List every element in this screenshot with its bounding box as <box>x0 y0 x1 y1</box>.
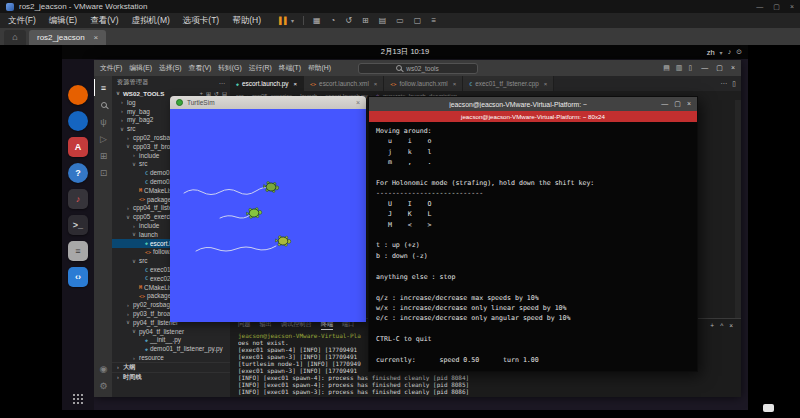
menubar-item[interactable]: 虚拟机(M) <box>132 15 170 27</box>
terminal-content[interactable]: Moving around: u i o j k l m , . For Hol… <box>369 122 697 371</box>
more-options-icon[interactable]: ≡ <box>431 16 436 25</box>
terminal-icon[interactable]: >_ <box>68 215 88 235</box>
run-debug-icon[interactable]: ▷ <box>94 130 112 147</box>
maximize-button[interactable]: ▢ <box>716 64 723 72</box>
menubar-item[interactable]: 终端(T) <box>279 63 301 73</box>
close-panel-icon[interactable]: × <box>729 322 733 329</box>
show-apps-button[interactable] <box>62 394 94 405</box>
snapshot-icon[interactable]: ◔ <box>330 16 335 25</box>
vm-tab[interactable]: ros2_jeacson × <box>29 30 106 45</box>
revert-snapshot-icon[interactable]: ↺ <box>345 16 352 25</box>
terminal-line: U I O <box>376 199 690 209</box>
explorer-icon[interactable]: ≡ <box>94 79 112 96</box>
chevron-icon: ∨ <box>119 126 125 132</box>
menubar-item[interactable]: 编辑(E) <box>49 15 77 27</box>
sidebar-section[interactable]: ›大纲 <box>112 362 230 372</box>
more-actions-icon[interactable]: ⋯ <box>720 80 727 88</box>
explorer-more-button[interactable]: ⋯ <box>219 79 225 86</box>
menubar-item[interactable]: 选项卡(T) <box>183 15 219 27</box>
menubar-item[interactable]: 文件(F) <box>8 15 36 27</box>
menubar-item[interactable]: 查看(V) <box>189 63 212 73</box>
command-center[interactable]: ws02_tools <box>358 63 478 74</box>
ctrl-alt-del-icon[interactable]: ▦ <box>313 16 321 25</box>
settings-gear-icon[interactable]: ⚙ <box>94 377 112 394</box>
maximize-button[interactable]: ▢ <box>773 3 780 11</box>
remote-explorer-icon[interactable]: ⊡ <box>94 164 112 181</box>
close-tab-icon[interactable]: × <box>374 81 378 87</box>
ubuntu-desktop: A?♪>_≡‹› 文件(F)编辑(E)选择(S)查看(V)转到(G)运行(R)终… <box>62 59 748 410</box>
home-tab-button[interactable]: ⌂ <box>4 30 26 45</box>
tree-item-label: include <box>139 222 159 229</box>
source-control-icon[interactable]: ψ <box>94 113 112 130</box>
tabbar-actions: ⋯▯ <box>720 76 741 91</box>
tab-label: exec01_tf_listener.cpp <box>475 80 539 87</box>
close-button[interactable]: × <box>790 3 794 11</box>
close-tab-icon[interactable]: × <box>544 81 548 87</box>
tree-file[interactable]: ◆__init__.py <box>112 336 230 345</box>
power-icon[interactable]: ⊙ <box>736 48 742 56</box>
minimize-button[interactable]: — <box>756 3 763 11</box>
text-editor-icon[interactable]: ≡ <box>68 241 88 261</box>
maximize-button[interactable]: ▢ <box>674 100 681 108</box>
menubar-item[interactable]: 转到(G) <box>218 63 241 73</box>
editor-tab[interactable]: <>follow.launch.xml× <box>384 76 463 91</box>
fullscreen-icon[interactable]: ▢ <box>414 16 422 25</box>
close-tab-icon[interactable]: × <box>294 81 298 87</box>
account-icon[interactable]: ◉ <box>94 360 112 377</box>
rhythmbox-icon[interactable]: ♪ <box>68 189 88 209</box>
layout-sidebar-icon[interactable]: ▥ <box>676 64 683 72</box>
chevron-icon: ∨ <box>131 161 137 167</box>
turtlesim-titlebar[interactable]: TurtleSim × <box>170 96 366 109</box>
system-tray[interactable]: zh ▾ ♪⊙ <box>707 45 742 59</box>
editor-tab[interactable]: ◆escort.launch.py× <box>230 76 304 91</box>
editor-tab[interactable]: <>escort.launch.xml× <box>304 76 384 91</box>
pause-vm-button[interactable]: ▌▌ ▾ <box>279 17 294 24</box>
minimap[interactable] <box>735 100 741 334</box>
firefox-icon[interactable] <box>68 85 88 105</box>
menubar-item[interactable]: 运行(R) <box>249 63 272 73</box>
layout-panel-icon[interactable]: ▤ <box>663 64 670 72</box>
tree-folder[interactable]: ›resource <box>112 353 230 362</box>
vscode-icon[interactable]: ‹› <box>68 267 88 287</box>
terminal-titlebar[interactable]: jeacson@jeacson-VMware-Virtual-Platform:… <box>369 97 697 111</box>
thunderbird-icon[interactable] <box>68 111 88 131</box>
help-icon[interactable]: ? <box>68 163 88 183</box>
explorer-header: 资源管理器 ⋯ <box>112 76 230 88</box>
menubar-item[interactable]: 选择(S) <box>159 63 182 73</box>
close-tab-button[interactable]: × <box>94 30 99 45</box>
close-button[interactable]: × <box>731 64 735 72</box>
tree-file[interactable]: ◆demo01_tf_listener_py.py <box>112 344 230 353</box>
app-center-icon[interactable]: A <box>68 137 88 157</box>
menubar-item[interactable]: 编辑(E) <box>129 63 152 73</box>
maximize-panel-icon[interactable]: ^ <box>720 322 723 329</box>
show-library-icon[interactable]: ▤ <box>379 16 387 25</box>
close-button[interactable]: × <box>687 100 691 108</box>
layout-customize-icon[interactable]: ▯ <box>688 64 692 72</box>
tree-folder[interactable]: ∨py04_tf_listener <box>112 327 230 336</box>
minimize-button[interactable]: — <box>701 64 708 72</box>
menubar-item[interactable]: 文件(F) <box>100 63 122 73</box>
menubar-item[interactable]: 查看(V) <box>90 15 118 27</box>
menubar-item[interactable]: 帮助(H) <box>308 63 331 73</box>
search-icon[interactable] <box>94 96 112 113</box>
input-method-indicator[interactable]: zh <box>707 48 715 57</box>
sidebar-section[interactable]: ›时间线 <box>112 372 230 382</box>
chevron-icon: ∨ <box>131 258 137 264</box>
manage-snapshots-icon[interactable]: ⊞ <box>362 16 369 25</box>
close-window-button[interactable]: × <box>356 99 360 106</box>
terminal-line <box>376 230 690 240</box>
minimize-button[interactable]: — <box>661 100 668 108</box>
extensions-icon[interactable]: ⊞ <box>94 147 112 164</box>
volume-icon[interactable]: ♪ <box>728 48 732 56</box>
vmware-status-icon[interactable] <box>763 404 774 412</box>
chevron-down-icon: ▾ <box>720 49 723 56</box>
close-tab-icon[interactable]: × <box>453 81 457 87</box>
turtlesim-canvas[interactable] <box>170 109 366 322</box>
console-view-icon[interactable]: ▭ <box>396 16 404 25</box>
new-terminal-icon[interactable]: + <box>710 322 714 329</box>
editor-tab[interactable]: Cexec01_tf_listener.cpp× <box>463 76 554 91</box>
split-editor-icon[interactable]: ▯ <box>732 80 736 88</box>
vmware-titlebar: ros2_jeacson - VMware Workstation —▢× <box>0 0 800 13</box>
clock[interactable]: 2月13日 10:19 <box>381 45 429 59</box>
menubar-item[interactable]: 帮助(H) <box>232 15 261 27</box>
